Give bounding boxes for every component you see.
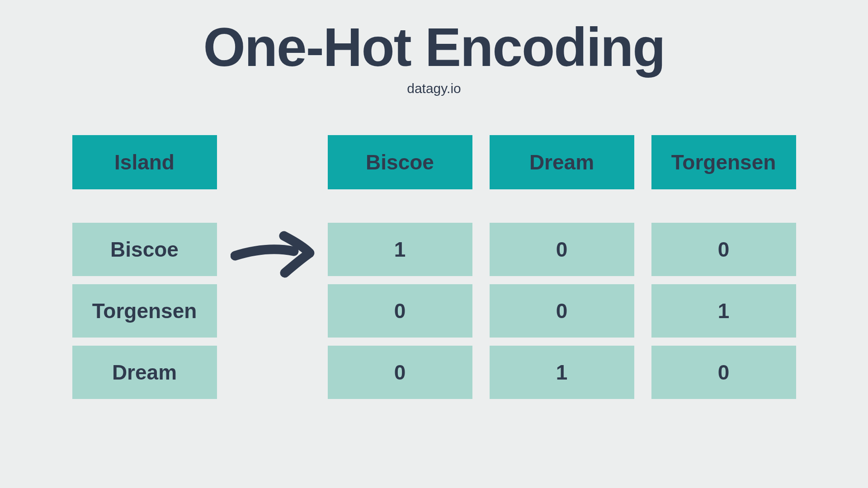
encoded-header: Torgensen xyxy=(651,135,796,189)
encoded-cell: 1 xyxy=(328,223,472,276)
page-subtitle: datagy.io xyxy=(407,81,461,96)
source-header: Island xyxy=(72,135,217,189)
arrow-icon xyxy=(231,228,319,280)
encoded-header: Dream xyxy=(490,135,634,189)
encoded-cell: 0 xyxy=(328,284,472,338)
encoded-header: Biscoe xyxy=(328,135,472,189)
source-row: Dream xyxy=(72,346,217,399)
source-column: Island Biscoe Torgensen Dream xyxy=(72,135,217,399)
encoded-cell: 0 xyxy=(651,223,796,276)
encoded-cell: 0 xyxy=(651,346,796,399)
source-row: Torgensen xyxy=(72,284,217,338)
encoded-cell: 0 xyxy=(490,284,634,338)
page-title: One-Hot Encoding xyxy=(203,16,665,78)
encoded-cell: 0 xyxy=(490,223,634,276)
source-row: Biscoe xyxy=(72,223,217,276)
diagram-stage: Island Biscoe Torgensen Dream Biscoe Dre… xyxy=(72,135,796,399)
encoded-cell: 1 xyxy=(651,284,796,338)
encoded-cell: 0 xyxy=(328,346,472,399)
encoded-columns: Biscoe Dream Torgensen 1 0 0 0 0 1 0 1 0 xyxy=(328,135,796,399)
encoded-cell: 1 xyxy=(490,346,634,399)
